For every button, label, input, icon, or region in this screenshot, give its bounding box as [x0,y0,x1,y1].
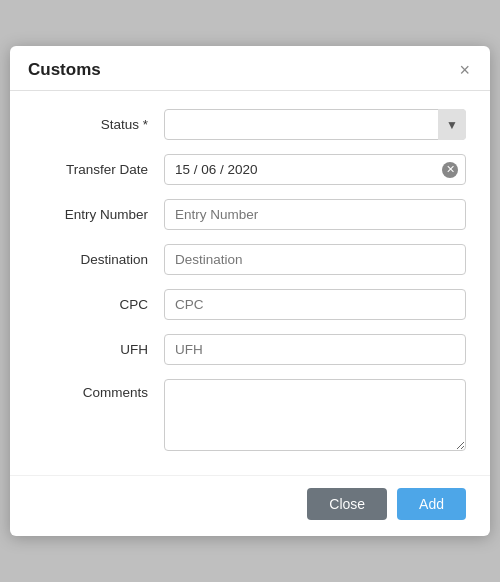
status-row: Status * ▼ [34,109,466,140]
transfer-date-clear-button[interactable]: ✕ [442,162,458,178]
modal-body: Status * ▼ Transfer Date ✕ Entry Numbe [10,91,490,475]
modal-title: Customs [28,60,101,80]
cpc-row: CPC [34,289,466,320]
destination-input[interactable] [164,244,466,275]
comments-row: Comments [34,379,466,451]
status-select-wrapper: ▼ [164,109,466,140]
destination-label: Destination [34,252,164,267]
entry-number-label: Entry Number [34,207,164,222]
modal-overlay: Customs × Status * ▼ Transfer Date ✕ [0,0,500,582]
ufh-label: UFH [34,342,164,357]
destination-row: Destination [34,244,466,275]
transfer-date-row: Transfer Date ✕ [34,154,466,185]
close-button[interactable]: Close [307,488,387,520]
entry-number-input[interactable] [164,199,466,230]
customs-modal: Customs × Status * ▼ Transfer Date ✕ [10,46,490,536]
modal-footer: Close Add [10,475,490,536]
modal-header: Customs × [10,46,490,91]
entry-number-row: Entry Number [34,199,466,230]
comments-textarea[interactable] [164,379,466,451]
status-select[interactable] [164,109,466,140]
cpc-input[interactable] [164,289,466,320]
transfer-date-label: Transfer Date [34,162,164,177]
comments-label: Comments [34,379,164,400]
add-button[interactable]: Add [397,488,466,520]
ufh-row: UFH [34,334,466,365]
cpc-label: CPC [34,297,164,312]
ufh-input[interactable] [164,334,466,365]
transfer-date-input[interactable] [164,154,466,185]
transfer-date-wrapper: ✕ [164,154,466,185]
status-label: Status * [34,117,164,132]
modal-close-button[interactable]: × [457,61,472,79]
